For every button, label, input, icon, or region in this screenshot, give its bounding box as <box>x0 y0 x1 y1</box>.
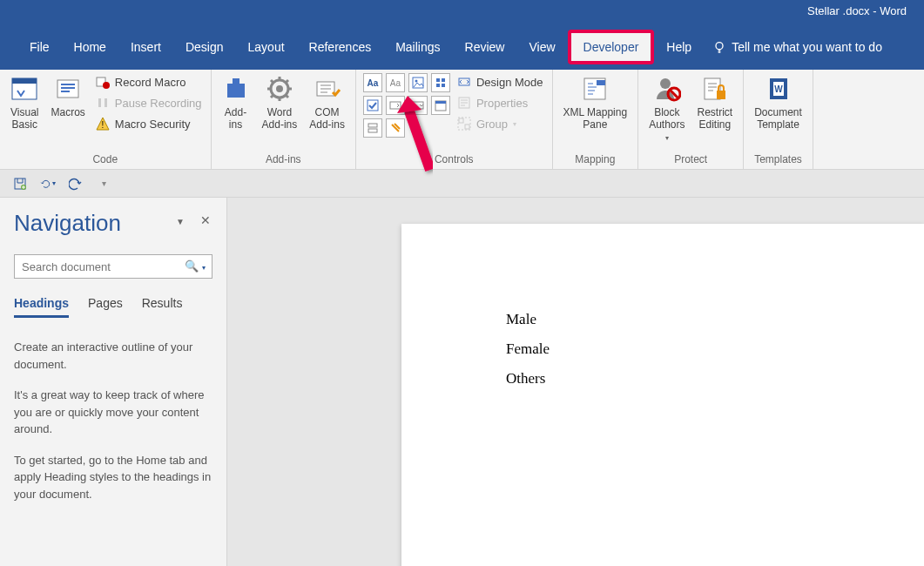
combo-control-icon[interactable] <box>386 96 405 115</box>
group-protect: Block Authors ▾ Restrict Editing Protect <box>638 70 744 169</box>
search-icon[interactable]: 🔍 ▾ <box>185 259 206 273</box>
svg-rect-40 <box>717 91 725 99</box>
svg-point-37 <box>660 78 671 89</box>
svg-rect-23 <box>368 100 378 111</box>
close-icon[interactable]: ✕ <box>200 213 211 227</box>
com-icon <box>314 75 341 103</box>
svg-rect-34 <box>458 118 470 130</box>
svg-rect-13 <box>233 78 239 85</box>
tab-mailings[interactable]: Mailings <box>383 33 452 61</box>
addins-icon <box>222 75 250 103</box>
group-controls-label: Controls <box>363 153 545 169</box>
svg-rect-20 <box>442 78 445 82</box>
rich-text-control-icon[interactable]: Aa <box>363 73 382 92</box>
building-block-control-icon[interactable] <box>431 73 450 92</box>
svg-rect-4 <box>61 84 75 85</box>
design-mode-icon <box>457 75 471 89</box>
record-macro-button[interactable]: Record Macro <box>94 73 204 91</box>
legacy-tools-icon[interactable] <box>386 118 405 138</box>
tab-help[interactable]: Help <box>654 33 704 61</box>
properties-button: Properties <box>455 94 545 111</box>
date-control-icon[interactable] <box>431 96 450 115</box>
qat-customize-button[interactable]: ▾ <box>96 176 111 192</box>
nav-tab-results[interactable]: Results <box>142 296 183 318</box>
annotation-highlight-developer: Developer <box>568 30 655 64</box>
com-addins-button[interactable]: COM Add-ins <box>306 73 348 132</box>
dropdown-control-icon[interactable] <box>408 96 428 115</box>
tab-references[interactable]: References <box>297 33 384 61</box>
ribbon: Visual Basic Macros Record Macro Pause R… <box>0 70 924 170</box>
plain-text-control-icon[interactable]: Aa <box>386 73 405 92</box>
group-mapping-label: Mapping <box>560 153 631 169</box>
svg-rect-12 <box>227 84 245 98</box>
group-controls: Aa Aa ▾ Design Mode <box>356 70 553 169</box>
gear-icon <box>266 75 293 103</box>
xml-mapping-button[interactable]: XML Mapping Pane <box>560 73 631 132</box>
save-button[interactable] <box>12 176 28 192</box>
document-canvas: Male Female Others <box>227 198 924 566</box>
xml-icon <box>581 75 609 103</box>
svg-text:!: ! <box>101 120 104 130</box>
design-mode-button[interactable]: Design Mode <box>455 73 545 91</box>
doc-template-button[interactable]: W Document Template <box>751 73 806 132</box>
addins-button[interactable]: Add- ins <box>219 73 253 132</box>
svg-rect-28 <box>368 124 377 127</box>
control-gallery: Aa Aa ▾ <box>363 73 450 138</box>
block-icon <box>653 75 681 103</box>
macro-security-button[interactable]: ! Macro Security <box>94 115 204 132</box>
tab-layout[interactable]: Layout <box>236 33 297 61</box>
tab-view[interactable]: View <box>516 33 567 61</box>
svg-rect-5 <box>61 87 75 89</box>
tab-file[interactable]: File <box>17 33 62 61</box>
visual-basic-button[interactable]: Visual Basic <box>7 73 42 132</box>
svg-rect-9 <box>98 98 101 107</box>
nav-tab-pages[interactable]: Pages <box>88 296 123 318</box>
nav-tab-headings[interactable]: Headings <box>14 296 69 318</box>
block-authors-button[interactable]: Block Authors ▾ <box>645 73 688 144</box>
pause-recording-button: Pause Recording <box>94 94 204 111</box>
undo-button[interactable]: ▾ <box>40 176 56 192</box>
tab-home[interactable]: Home <box>62 33 118 61</box>
legacy-dropdown-icon[interactable]: ▾ <box>408 118 428 138</box>
svg-rect-21 <box>436 84 440 87</box>
security-icon: ! <box>96 117 110 131</box>
svg-point-18 <box>415 80 417 83</box>
nav-tabs: Headings Pages Results <box>14 296 212 318</box>
svg-text:W: W <box>774 84 783 94</box>
chevron-down-icon: ▾ <box>513 120 516 128</box>
picture-control-icon[interactable] <box>408 73 428 92</box>
word-addins-button[interactable]: Word Add-ins <box>259 73 301 132</box>
group-code: Visual Basic Macros Record Macro Pause R… <box>0 70 212 169</box>
group-templates: W Document Template Templates <box>744 70 813 169</box>
repeating-control-icon[interactable] <box>363 118 382 138</box>
svg-rect-19 <box>436 78 440 82</box>
document-page[interactable]: Male Female Others <box>401 224 924 566</box>
template-icon: W <box>765 75 792 103</box>
restrict-editing-button[interactable]: Restrict Editing <box>693 73 736 132</box>
pause-icon <box>96 96 110 110</box>
group-mapping: XML Mapping Pane Mapping <box>553 70 639 169</box>
title-bar: Stellar .docx - Word <box>0 0 924 24</box>
nav-dropdown-icon[interactable]: ▼ <box>176 217 185 226</box>
tell-me[interactable]: Tell me what you want to do <box>712 40 882 54</box>
svg-point-0 <box>716 43 723 50</box>
navigation-pane: Navigation ▼ ✕ 🔍 ▾ Headings Pages Result… <box>0 198 227 566</box>
properties-icon <box>457 96 471 110</box>
macros-button[interactable]: Macros <box>47 73 88 120</box>
redo-button[interactable] <box>68 176 84 192</box>
group-addins-label: Add-ins <box>219 153 348 169</box>
tab-review[interactable]: Review <box>453 33 517 61</box>
lightbulb-icon <box>712 40 726 54</box>
tab-design[interactable]: Design <box>173 33 236 61</box>
doc-title: Stellar .docx - Word <box>807 4 907 17</box>
group-templates-label: Templates <box>751 153 806 169</box>
svg-rect-25 <box>413 102 423 109</box>
checkbox-control-icon[interactable] <box>363 96 382 115</box>
tab-developer[interactable]: Developer <box>571 33 651 61</box>
nav-help-text: Create an interactive outline of your do… <box>14 339 212 502</box>
doc-line-3: Others <box>506 370 924 387</box>
tab-insert[interactable]: Insert <box>118 33 173 61</box>
workspace: Navigation ▼ ✕ 🔍 ▾ Headings Pages Result… <box>0 198 924 566</box>
svg-rect-22 <box>442 84 445 87</box>
search-input[interactable] <box>14 254 212 279</box>
